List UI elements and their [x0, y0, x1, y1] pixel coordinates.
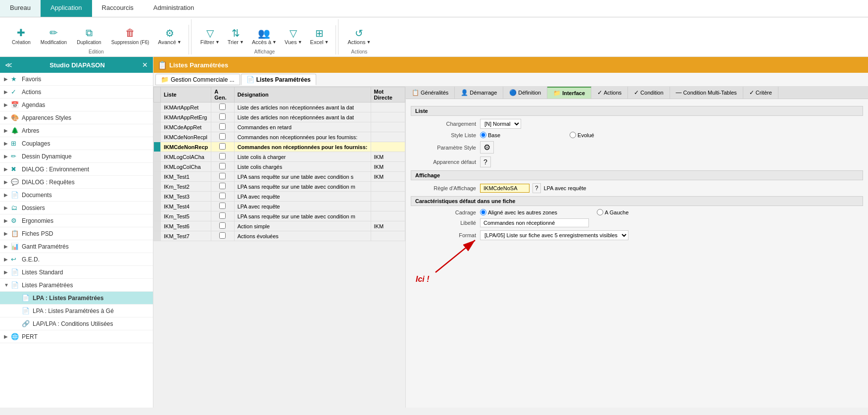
excel-button[interactable]: ⊞ Excel ▼: [307, 25, 332, 47]
sidebar-item-pert[interactable]: ▶ 🌐 PERT: [0, 330, 153, 343]
actions-button[interactable]: ↺ Actions ▼: [344, 25, 374, 47]
tab-generalites[interactable]: 📋 Généralités: [406, 87, 455, 99]
expand-arrow-gantt: ▶: [4, 244, 11, 249]
table-row-selected[interactable]: IKMCdeNonRecp Commandes non réceptionnée…: [154, 142, 405, 152]
breadcrumb-gestion[interactable]: 📁 Gestion Commerciale ...: [155, 74, 240, 85]
table-row[interactable]: IKMArtAppRetErg Liste des articles non r…: [154, 112, 405, 122]
parametre-style-button[interactable]: ⚙: [480, 141, 494, 154]
cell-agen[interactable]: [211, 122, 234, 132]
nav-tab-administration[interactable]: Administration: [144, 0, 204, 17]
actions-icon: ↺: [355, 27, 363, 39]
cadrage-gauche-radio[interactable]: A Gauche: [597, 209, 628, 215]
table-row[interactable]: IKM_Test6 Action simple IKM: [154, 221, 405, 231]
sidebar-item-fiches[interactable]: ▶ 📋 Fiches PSD: [0, 227, 153, 240]
table-row[interactable]: IKMLogColACha Liste colis à charger IKM: [154, 152, 405, 162]
sidebar-item-ged[interactable]: ▶ ↩ G.E.D.: [0, 253, 153, 266]
table-row[interactable]: IKM_Test1 LPA sans requête sur une table…: [154, 172, 405, 182]
style-base-radio[interactable]: Base: [480, 132, 500, 138]
sidebar-item-dossiers[interactable]: ▶ 🗂 Dossiers: [0, 202, 153, 214]
sidebar-item-actions[interactable]: ▶ ✓ Actions: [0, 86, 153, 99]
table-row[interactable]: IKMCdeAppRet Commandes en retard: [154, 122, 405, 132]
table-container[interactable]: Liste A Gen. Désignation Mot Directe IKM…: [153, 87, 405, 408]
breadcrumb-gestion-label: Gestion Commerciale ...: [171, 76, 235, 83]
vues-button[interactable]: ▽ Vues ▼: [282, 25, 305, 47]
tab-critere[interactable]: ✓ Critère: [743, 87, 778, 99]
sidebar-collapse-icon[interactable]: ≪: [5, 61, 12, 69]
avance-button[interactable]: ⚙ Avancé ▼: [155, 25, 184, 47]
cell-agen[interactable]: [211, 192, 234, 202]
cell-agen[interactable]: [211, 221, 234, 231]
tab-condition[interactable]: ✓ Condition: [628, 87, 670, 99]
col-designation[interactable]: Désignation: [234, 87, 371, 103]
acces-button[interactable]: 👥 Accès à ▼: [249, 25, 280, 47]
cell-agen[interactable]: [211, 152, 234, 162]
suppression-button[interactable]: 🗑 Suppression (F6): [107, 25, 153, 47]
sidebar-item-arbres[interactable]: ▶ 🌲 Arbres: [0, 124, 153, 137]
breadcrumb-listes[interactable]: 📄 Listes Paramétrées: [241, 74, 316, 85]
cell-agen[interactable]: [211, 231, 234, 241]
chargement-select[interactable]: [N] Normal: [480, 119, 521, 129]
style-evolue-radio[interactable]: Evolué: [570, 132, 594, 138]
table-row[interactable]: IKM_Test4 LPA avec requête: [154, 202, 405, 211]
regle-label: Règle d'Affichage: [411, 185, 480, 191]
sidebar-item-lpa-active[interactable]: 📄 LPA : Listes Paramétrées: [0, 292, 153, 305]
tab-actions[interactable]: ✓ Actions: [591, 87, 628, 99]
table-row[interactable]: IKM_Test7 Actions évoluées: [154, 231, 405, 241]
col-liste[interactable]: Liste: [161, 87, 211, 103]
cell-agen[interactable]: [211, 132, 234, 142]
sidebar-item-apparences[interactable]: ▶ 🎨 Apparences Styles: [0, 111, 153, 124]
regle-help-button[interactable]: ?: [532, 183, 541, 193]
sidebar-item-documents[interactable]: ▶ 📄 Documents: [0, 189, 153, 202]
nav-tab-bureau[interactable]: Bureau: [0, 0, 41, 17]
sidebar-item-lpa-ge[interactable]: 📄 LPA : Listes Paramétrées à Gé: [0, 305, 153, 317]
col-mot[interactable]: Mot Directe: [371, 87, 405, 103]
sidebar-item-listes-param[interactable]: ▼ 📄 Listes Paramétrées: [0, 279, 153, 292]
table-row[interactable]: IKm_Test2 LPA sans requête sur une table…: [154, 182, 405, 192]
actions-sidebar-label: Actions: [22, 89, 41, 96]
cell-agen[interactable]: [211, 202, 234, 211]
sidebar-close-icon[interactable]: ✕: [142, 61, 148, 69]
creation-button[interactable]: ✚ Création: [8, 25, 35, 47]
duplication-button[interactable]: ⧉ Duplication: [73, 25, 105, 47]
table-row[interactable]: IKMArtAppRet Liste des articles non réce…: [154, 103, 405, 112]
format-select[interactable]: [LPA/05] Liste sur fiche avec 5 enregist…: [480, 230, 628, 240]
nav-tab-application[interactable]: Application: [41, 0, 92, 17]
table-row[interactable]: IKM_Test3 LPA avec requête: [154, 192, 405, 202]
cell-agen[interactable]: [211, 162, 234, 172]
toolbar: ✚ Création ✏ Modification ⧉ Duplication …: [0, 17, 868, 57]
cell-agen[interactable]: [211, 172, 234, 182]
sidebar-item-dessin[interactable]: ▶ ✏ Dessin Dynamique: [0, 150, 153, 163]
sidebar-item-dialog-req[interactable]: ▶ 💬 DIALOG : Requêtes: [0, 176, 153, 189]
sidebar-item-couplages[interactable]: ▶ ⊞ Couplages: [0, 137, 153, 150]
col-agen[interactable]: A Gen.: [211, 87, 234, 103]
cell-agen-selected[interactable]: [211, 142, 234, 152]
regle-input[interactable]: IKMCdeNoSA: [480, 184, 530, 193]
tab-interface[interactable]: 📁 Interface: [547, 87, 591, 99]
table-row[interactable]: IKm_Test5 LPA sans requête sur une table…: [154, 211, 405, 221]
table-row[interactable]: IKMLogColCha Liste colis chargés IKM: [154, 162, 405, 172]
apparence-button[interactable]: ?: [480, 156, 491, 167]
sidebar-item-listes-standard[interactable]: ▶ 📄 Listes Standard: [0, 266, 153, 279]
sidebar-item-favoris[interactable]: ▶ ★ Favoris: [0, 73, 153, 86]
tab-demarrage[interactable]: 👤 Démarrage: [455, 87, 503, 99]
filtrer-button[interactable]: ▽ Filtrer ▼: [197, 25, 223, 47]
cell-agen[interactable]: [211, 103, 234, 112]
sidebar-item-lap-lpa[interactable]: 🔗 LAP/LPA : Conditions Utilisées: [0, 317, 153, 330]
trier-button[interactable]: ⇅ Trier ▼: [225, 25, 247, 47]
cadrage-aligne-radio[interactable]: Aligné avec les autres zones: [480, 209, 557, 215]
tab-condition-multi[interactable]: — Condition Multi-Tables: [670, 87, 743, 99]
cell-agen[interactable]: [211, 112, 234, 122]
table-row[interactable]: IKMCdeNonRecpl Commandes non réceptionné…: [154, 132, 405, 142]
sidebar-item-ergonomies[interactable]: ▶ ⚙ Ergonomies: [0, 214, 153, 227]
cell-agen[interactable]: [211, 211, 234, 221]
sidebar-item-agendas[interactable]: ▶ 📅 Agendas: [0, 99, 153, 111]
nav-tab-raccourcis[interactable]: Raccourcis: [92, 0, 144, 17]
modification-button[interactable]: ✏ Modification: [37, 25, 71, 47]
libelle-input[interactable]: [480, 218, 589, 227]
toolbar-edition-group: ✚ Création ✏ Modification ⧉ Duplication …: [4, 25, 189, 54]
cell-agen[interactable]: [211, 182, 234, 192]
sidebar-scroll[interactable]: ▶ ★ Favoris ▶ ✓ Actions ▶ 📅 Agendas ▶ 🎨 …: [0, 73, 153, 408]
tab-definition[interactable]: 🔵 Définition: [503, 87, 547, 99]
sidebar-item-gantt[interactable]: ▶ 📊 Gantt Paramétrés: [0, 240, 153, 253]
sidebar-item-dialog-env[interactable]: ▶ ✖ DIALOG : Environnement: [0, 163, 153, 176]
